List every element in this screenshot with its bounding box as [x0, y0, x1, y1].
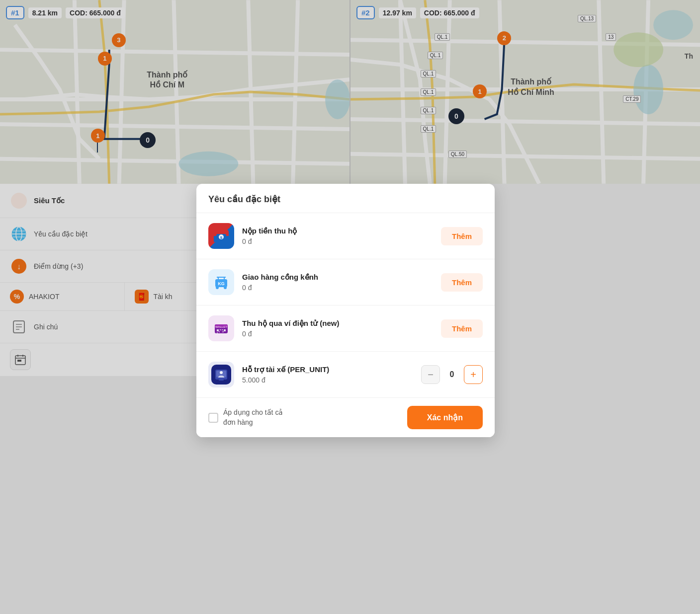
svg-rect-65 [224, 329, 226, 331]
cod-price: 0 đ [242, 237, 433, 245]
svg-point-58 [224, 286, 227, 289]
svg-rect-63 [220, 329, 221, 330]
driver-minus-button[interactable]: − [421, 365, 440, 384]
bulky-icon: KG [208, 269, 234, 295]
driver-info: Hỗ trợ tài xế (PER_UNIT) 5.000 đ [242, 365, 413, 384]
svg-rect-66 [217, 332, 218, 333]
ewallet-name: Thu hộ qua ví điện tử (new) [242, 319, 433, 328]
svg-rect-68 [222, 331, 224, 332]
popup-item-driver: Hỗ trợ tài xế (PER_UNIT) 5.000 đ − 0 + [196, 352, 495, 398]
cod-them-button[interactable]: Thêm [441, 227, 483, 245]
driver-plus-button[interactable]: + [464, 365, 483, 384]
driver-stepper: − 0 + [421, 365, 483, 384]
svg-text:WALLET: WALLET [215, 325, 227, 328]
special-requirements-popup: Yêu cầu đặc biệt $ Nộp tiền thu hộ 0 đ T… [196, 184, 495, 437]
driver-name: Hỗ trợ tài xế (PER_UNIT) [242, 365, 413, 374]
svg-point-57 [216, 286, 219, 289]
ewallet-info: Thu hộ qua ví điện tử (new) 0 đ [242, 319, 433, 338]
apply-all-checkbox[interactable] [208, 413, 218, 423]
cod-info: Nộp tiền thu hộ 0 đ [242, 227, 433, 245]
popup-item-ewallet: WALLET Thu hộ qua ví điện tử (new) 0 đ T… [196, 306, 495, 352]
svg-point-73 [220, 371, 223, 374]
svg-text:KG: KG [218, 281, 225, 286]
cod-name: Nộp tiền thu hộ [242, 227, 433, 235]
ewallet-icon: WALLET [208, 315, 234, 341]
svg-text:$: $ [220, 235, 223, 240]
svg-rect-74 [219, 380, 224, 381]
bulky-name: Giao hàng cồng kềnh [242, 273, 433, 282]
svg-rect-64 [222, 329, 223, 330]
apply-all-label: Áp dụng cho tất cảđơn hàng [223, 408, 283, 427]
confirm-button[interactable]: Xác nhận [407, 406, 483, 429]
popup-title: Yêu cầu đặc biệt [196, 184, 495, 213]
popup-item-bulky: KG Giao hàng cồng kềnh 0 đ Thêm [196, 259, 495, 306]
driver-price: 5.000 đ [242, 376, 413, 384]
popup-item-cod: $ Nộp tiền thu hộ 0 đ Thêm [196, 213, 495, 259]
ewallet-price: 0 đ [242, 330, 433, 338]
apply-all-wrap: Áp dụng cho tất cảđơn hàng [208, 408, 399, 427]
ewallet-them-button[interactable]: Thêm [441, 319, 483, 338]
bulky-price: 0 đ [242, 284, 433, 292]
svg-rect-62 [217, 329, 219, 331]
driver-icon [208, 362, 234, 387]
bulky-info: Giao hàng cồng kềnh 0 đ [242, 273, 433, 292]
popup-footer: Áp dụng cho tất cảđơn hàng Xác nhận [196, 398, 495, 437]
cod-icon: $ [208, 223, 234, 249]
bulky-them-button[interactable]: Thêm [441, 273, 483, 292]
svg-rect-67 [219, 331, 220, 332]
driver-quantity: 0 [447, 370, 457, 379]
